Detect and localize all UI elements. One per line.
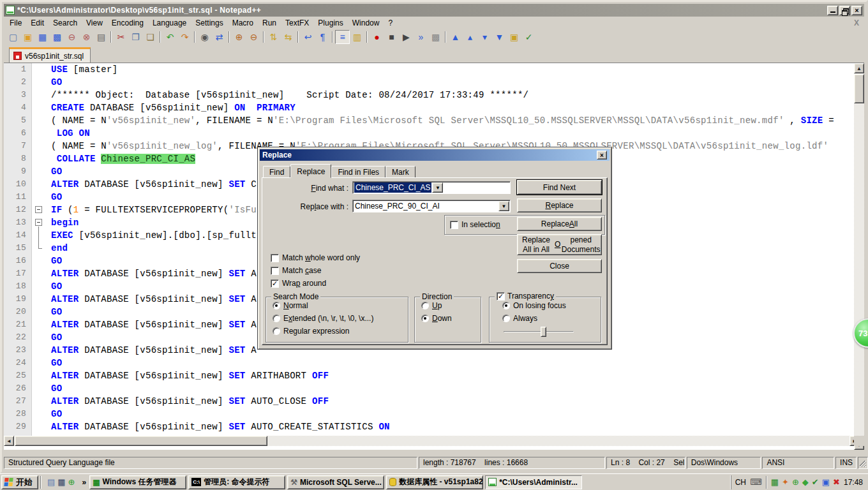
search-mode-option-extended-n-r-t-0-x[interactable]: Extended (\n, \r, \t, \0, \x...) [273,314,408,323]
vertical-scroll-thumb[interactable] [854,74,864,103]
transparency-checkbox[interactable]: ✓ Transparency [495,292,556,301]
radio-icon[interactable] [273,302,280,309]
stop-macro-icon[interactable]: ■ [384,30,399,44]
open-file-icon[interactable]: ▣ [20,30,35,44]
code-line-24[interactable]: 24GO [4,357,860,369]
transparency-option-on-losing-focus[interactable]: On losing focus [502,301,601,310]
language-indicator[interactable]: CH [735,478,746,487]
radio-icon[interactable] [421,315,429,322]
new-file-icon[interactable]: ▢ [6,30,20,44]
show-desktop-icon[interactable]: ▤ [47,477,55,487]
dialog-tab-find[interactable]: Find [263,166,290,178]
undo-icon[interactable]: ↶ [163,30,177,44]
horizontal-scroll-thumb[interactable] [15,436,267,446]
code-line-29[interactable]: 29ALTER DATABASE [v56sp1init_new] SET AU… [4,420,860,433]
spell-check-icon[interactable]: ✓ [521,30,536,44]
replace-button[interactable]: Replace [517,198,602,212]
indent-guide-icon[interactable]: ≡ [335,30,350,44]
replace-with-dropdown-icon[interactable]: ▼ [498,201,509,211]
save-macro-icon[interactable]: ▩ [428,30,443,44]
monitor-icon[interactable]: ▦ [57,477,65,487]
print-icon[interactable]: ▤ [94,30,108,44]
zoom-out-icon[interactable]: ⊖ [246,30,261,44]
code-line-5[interactable]: 5( NAME = N'v56sp1init_new', FILENAME = … [4,114,860,127]
replace-all-opened-button[interactable]: Replace All in All Opened Documents [517,234,602,255]
transparency-slider-knob[interactable] [541,327,546,337]
dialog-tab-mark[interactable]: Mark [385,166,415,178]
folder-workspace-icon[interactable]: ▣ [507,30,521,44]
green-plus-tray-icon[interactable]: ⊕ [792,477,799,487]
zoom-in-icon[interactable]: ⊕ [232,30,246,44]
redo-icon[interactable]: ↷ [177,30,192,44]
find-icon[interactable]: ◉ [197,30,212,44]
match-whole-word-checkbox[interactable]: Match whole word only [271,253,360,262]
radio-icon[interactable] [421,302,429,309]
start-button[interactable]: 开始 [1,475,38,489]
menu-encoding[interactable]: Encoding [107,17,148,29]
code-line-25[interactable]: 25ALTER DATABASE [v56sp1init_new] SET AR… [4,369,860,382]
direction-option-down[interactable]: Down [421,314,481,323]
transparency-option-always[interactable]: Always [502,314,601,323]
find-what-value[interactable]: Chinese_PRC_CI_AS [354,182,431,193]
search-mode-option-normal[interactable]: Normal [273,301,408,310]
replace-with-combobox[interactable]: Chinese_PRC_90_CI_AI ▼ [352,200,511,212]
run-macro-multi-icon[interactable]: » [414,30,428,44]
shield-check-tray-icon[interactable]: ✔ [812,477,819,487]
code-line-26[interactable]: 26GO [4,382,860,395]
resize-grip[interactable] [858,457,868,469]
wrap-around-checkbox[interactable]: ✓ Wrap around [271,279,326,288]
network-tray-icon[interactable]: ▣ [822,477,830,487]
taskbar-button-taskmgr[interactable]: ▦Windows 任务管理器 [89,475,186,489]
dialog-close-icon[interactable]: × [597,151,607,160]
show-all-chars-icon[interactable]: ¶ [315,30,330,44]
transparency-checkbox-box[interactable]: ✓ [497,292,505,301]
taskbar-button-sql[interactable]: ⚒Microsoft SQL Serve... [287,475,384,489]
replace-with-value[interactable]: Chinese_PRC_90_CI_AI [353,200,498,212]
find-next-button[interactable]: Find Next [517,180,602,195]
document-tab[interactable]: v56sp1init_str.sql [9,47,91,63]
menu-edit[interactable]: Edit [26,17,49,29]
taskbar-button-cmd[interactable]: C:\管理员: 命令提示符 [188,475,285,489]
match-whole-word-checkbox-box[interactable] [271,254,279,262]
code-line-28[interactable]: 28GO [4,408,860,420]
menu-plugins[interactable]: Plugins [313,17,347,29]
replace-icon[interactable]: ⇄ [212,30,227,44]
code-line-27[interactable]: 27ALTER DATABASE [v56sp1init_new] SET AU… [4,395,860,408]
direction-option-up[interactable]: Up [421,301,481,310]
menu-[interactable]: ? [384,17,397,29]
record-macro-icon[interactable]: ● [370,30,384,44]
save-icon[interactable]: ▦ [35,30,50,44]
horizontal-scrollbar[interactable]: ◄ ► [4,436,860,446]
speaker-mute-tray-icon[interactable]: ✖ [833,477,840,487]
code-line-4[interactable]: 4CREATE DATABASE [v56sp1init_new] ON PRI… [4,101,860,114]
vertical-scrollbar[interactable]: ▲ ▼ [854,63,864,450]
menu-window[interactable]: Window [348,17,384,29]
radio-icon[interactable] [273,327,280,335]
taskbar-button-npp[interactable]: *C:\Users\Administr... [485,475,582,489]
transparency-slider[interactable] [504,327,574,337]
save-all-icon[interactable]: ▩ [50,30,64,44]
menu-file[interactable]: File [5,17,26,29]
nav-prev-icon[interactable]: ▴ [463,30,477,44]
replace-all-button[interactable]: Replace All [517,217,602,231]
menu-search[interactable]: Search [49,17,82,29]
doc-map-icon[interactable]: ▥ [350,30,364,44]
menu-textfx[interactable]: TextFX [281,17,313,29]
word-wrap-icon[interactable]: ↩ [301,30,315,44]
sync-horizontal-icon[interactable]: ⇆ [281,30,296,44]
close-dialog-button[interactable]: Close [517,259,602,273]
fold-margin[interactable] [32,204,46,216]
fold-margin[interactable] [32,242,46,255]
menu-run[interactable]: Run [258,17,281,29]
code-line-6[interactable]: 6 LOG ON [4,127,860,140]
copy-icon[interactable]: ❐ [128,30,143,44]
close-file-icon[interactable]: ⊖ [64,30,79,44]
radio-icon[interactable] [502,315,510,322]
key-user-tray-icon[interactable]: ✦ [782,477,789,487]
in-selection-checkbox-box[interactable] [450,221,458,229]
fold-margin[interactable] [32,216,46,229]
menu-view[interactable]: View [82,17,107,29]
fold-margin[interactable] [32,229,46,242]
menu-settings[interactable]: Settings [191,17,227,29]
green-grid-tray-icon[interactable]: ▦ [771,477,779,487]
